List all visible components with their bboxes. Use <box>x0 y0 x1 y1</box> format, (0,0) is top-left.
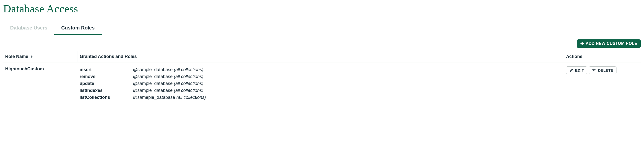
table-row: HightouchCustom insert @sample_database … <box>3 62 641 105</box>
role-name-cell: HightouchCustom <box>3 62 78 105</box>
edit-button-label: EDIT <box>575 68 584 72</box>
granted-target-db: @sameple_database <box>133 95 175 100</box>
granted-target-db: @sample_database <box>133 67 172 72</box>
granted-target-scope: (all collections) <box>174 74 203 79</box>
sort-icon: ▲▼ <box>30 55 33 58</box>
roles-table: Role Name ▲▼ Granted Actions and Roles A… <box>3 51 641 105</box>
col-header-actions: Actions <box>564 51 641 62</box>
granted-target-db: @sample_database <box>133 88 172 93</box>
granted-target: @sample_database (all collections) <box>133 66 203 73</box>
granted-target-scope: (all collections) <box>174 67 203 72</box>
granted-target-scope: (all collections) <box>176 95 206 100</box>
granted-row: remove @sample_database (all collections… <box>80 73 562 80</box>
granted-target-scope: (all collections) <box>174 88 203 93</box>
col-header-role-name-label: Role Name <box>5 54 28 59</box>
edit-button[interactable]: EDIT <box>566 66 587 74</box>
granted-target: @sample_database (all collections) <box>133 87 203 94</box>
granted-target: @sample_database (all collections) <box>133 80 203 87</box>
granted-target-scope: (all collections) <box>174 81 203 86</box>
granted-target: @sameple_database (all collections) <box>133 94 206 101</box>
granted-row: update @sample_database (all collections… <box>80 80 562 87</box>
granted-row: listIndexes @sample_database (all collec… <box>80 87 562 94</box>
add-new-custom-role-button[interactable]: ✚ ADD NEW CUSTOM ROLE <box>577 40 641 48</box>
granted-action: remove <box>80 73 133 80</box>
toolbar: ✚ ADD NEW CUSTOM ROLE <box>3 40 641 48</box>
granted-target-db: @sample_database <box>133 74 172 79</box>
delete-button-label: DELETE <box>598 68 613 72</box>
granted-action: listIndexes <box>80 87 133 94</box>
page-title: Database Access <box>3 2 641 15</box>
tabs: Database Users Custom Roles <box>3 22 641 35</box>
col-header-role-name[interactable]: Role Name ▲▼ <box>3 51 78 62</box>
granted-action: update <box>80 80 133 87</box>
tab-custom-roles[interactable]: Custom Roles <box>54 22 102 35</box>
row-actions-cell: EDIT DELETE <box>564 62 641 105</box>
tab-database-users[interactable]: Database Users <box>3 22 54 35</box>
granted-target-db: @sample_database <box>133 81 172 86</box>
trash-icon <box>592 68 596 72</box>
granted-row: insert @sample_database (all collections… <box>80 66 562 73</box>
pencil-icon <box>569 68 573 72</box>
granted-action: listCollections <box>80 94 133 101</box>
plus-icon: ✚ <box>580 41 584 46</box>
delete-button[interactable]: DELETE <box>589 66 616 74</box>
granted-row: listCollections @sameple_database (all c… <box>80 94 562 101</box>
col-header-granted: Granted Actions and Roles <box>78 51 564 62</box>
granted-target: @sample_database (all collections) <box>133 73 203 80</box>
granted-action: insert <box>80 66 133 73</box>
add-button-label: ADD NEW CUSTOM ROLE <box>586 41 637 46</box>
granted-cell: insert @sample_database (all collections… <box>78 62 564 105</box>
